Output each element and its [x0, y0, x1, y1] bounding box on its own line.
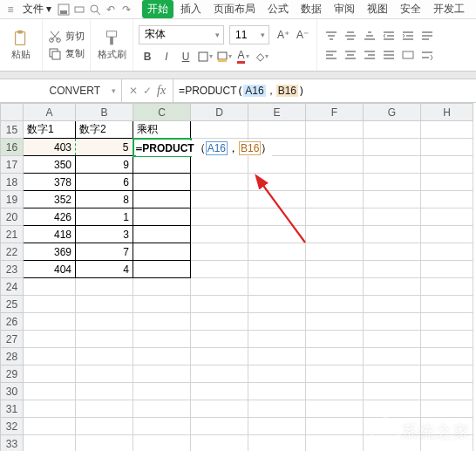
cell-F23[interactable] — [306, 261, 364, 278]
cell-E28[interactable] — [248, 348, 306, 366]
align-bottom-button[interactable] — [361, 28, 378, 44]
font-family-select[interactable]: 宋体 — [139, 25, 224, 44]
border-button[interactable] — [196, 48, 214, 65]
file-menu[interactable]: 文件 ▾ — [19, 0, 55, 18]
cell-D21[interactable] — [191, 226, 248, 243]
indent-increase-button[interactable] — [399, 28, 417, 44]
cell-C27[interactable] — [133, 331, 191, 348]
qat-print-icon[interactable] — [72, 3, 86, 17]
cell-G20[interactable] — [364, 208, 421, 226]
qat-redo-icon[interactable]: ↷ — [119, 3, 133, 17]
cell-F15[interactable] — [306, 121, 364, 139]
cell-C26[interactable] — [133, 313, 191, 331]
column-header-D[interactable]: D — [191, 104, 248, 121]
cell-D24[interactable] — [191, 278, 248, 296]
italic-button[interactable]: I — [158, 48, 175, 65]
column-header-G[interactable]: G — [364, 104, 421, 121]
cell-E31[interactable] — [248, 400, 306, 418]
column-header-C[interactable]: C — [133, 104, 191, 121]
cell-A27[interactable] — [24, 331, 76, 348]
select-all-corner[interactable] — [1, 104, 24, 121]
cell-C28[interactable] — [133, 348, 191, 366]
cell-C15[interactable]: 乘积 — [133, 121, 191, 139]
align-justify-button[interactable] — [380, 47, 398, 63]
cell-G17[interactable] — [364, 156, 421, 174]
cell-E29[interactable] — [248, 366, 306, 383]
cell-G22[interactable] — [364, 243, 421, 261]
cell-H30[interactable] — [421, 383, 473, 400]
cell-H22[interactable] — [421, 243, 473, 261]
cell-D20[interactable] — [191, 208, 248, 226]
cell-E23[interactable] — [248, 261, 306, 278]
cell-F32[interactable] — [306, 418, 364, 435]
cell-G29[interactable] — [364, 366, 421, 383]
cell-G23[interactable] — [364, 261, 421, 278]
cell-C25[interactable] — [133, 296, 191, 313]
cell-F29[interactable] — [306, 366, 364, 383]
row-header-26[interactable]: 26 — [1, 313, 24, 331]
cell-G26[interactable] — [364, 313, 421, 331]
cell-A22[interactable]: 369 — [24, 243, 76, 261]
cell-E24[interactable] — [248, 278, 306, 296]
cell-D33[interactable] — [191, 435, 248, 452]
cell-B33[interactable] — [76, 435, 133, 452]
cell-G15[interactable] — [364, 121, 421, 139]
row-header-29[interactable]: 29 — [1, 366, 24, 383]
cell-B29[interactable] — [76, 366, 133, 383]
cell-A26[interactable] — [24, 313, 76, 331]
cell-B15[interactable]: 数字2 — [76, 121, 133, 139]
cell-B32[interactable] — [76, 418, 133, 435]
cell-E15[interactable] — [248, 121, 306, 139]
cell-E22[interactable] — [248, 243, 306, 261]
cell-E25[interactable] — [248, 296, 306, 313]
cell-G24[interactable] — [364, 278, 421, 296]
row-header-19[interactable]: 19 — [1, 191, 24, 208]
cell-B30[interactable] — [76, 383, 133, 400]
cell-A15[interactable]: 数字1 — [24, 121, 76, 139]
cell-A17[interactable]: 350 — [24, 156, 76, 174]
cell-D26[interactable] — [191, 313, 248, 331]
cell-H16[interactable] — [421, 139, 473, 156]
cell-E27[interactable] — [248, 331, 306, 348]
qat-preview-icon[interactable] — [88, 3, 102, 17]
cell-A23[interactable]: 404 — [24, 261, 76, 278]
cell-B16[interactable]: 5 — [76, 139, 133, 156]
tab-layout[interactable]: 页面布局 — [208, 0, 261, 18]
cell-A20[interactable]: 426 — [24, 208, 76, 226]
cell-G25[interactable] — [364, 296, 421, 313]
cell-D17[interactable] — [191, 156, 248, 174]
cell-E17[interactable] — [248, 156, 306, 174]
cell-A19[interactable]: 352 — [24, 191, 76, 208]
cell-F33[interactable] — [306, 435, 364, 452]
cell-D19[interactable] — [191, 191, 248, 208]
cell-B20[interactable]: 1 — [76, 208, 133, 226]
cell-A24[interactable] — [24, 278, 76, 296]
cell-G16[interactable] — [364, 139, 421, 156]
cell-C30[interactable] — [133, 383, 191, 400]
cell-A21[interactable]: 418 — [24, 226, 76, 243]
cell-C32[interactable] — [133, 418, 191, 435]
row-header-25[interactable]: 25 — [1, 296, 24, 313]
cell-D27[interactable] — [191, 331, 248, 348]
qat-save-icon[interactable] — [57, 3, 71, 17]
cell-F26[interactable] — [306, 313, 364, 331]
cell-C31[interactable] — [133, 400, 191, 418]
row-header-22[interactable]: 22 — [1, 243, 24, 261]
cell-E19[interactable] — [248, 191, 306, 208]
cell-G30[interactable] — [364, 383, 421, 400]
cell-F20[interactable] — [306, 208, 364, 226]
cell-F27[interactable] — [306, 331, 364, 348]
paste-button[interactable]: 粘贴 — [5, 29, 37, 61]
cell-C29[interactable] — [133, 366, 191, 383]
cell-A29[interactable] — [24, 366, 76, 383]
cell-H20[interactable] — [421, 208, 473, 226]
cell-D31[interactable] — [191, 400, 248, 418]
cell-E32[interactable] — [248, 418, 306, 435]
row-header-18[interactable]: 18 — [1, 174, 24, 191]
underline-button[interactable]: U — [177, 48, 194, 65]
cell-C24[interactable] — [133, 278, 191, 296]
grow-font-button[interactable]: A⁺ — [275, 26, 292, 44]
effects-button[interactable]: ◇ — [254, 48, 271, 65]
cell-H17[interactable] — [421, 156, 473, 174]
cell-F28[interactable] — [306, 348, 364, 366]
